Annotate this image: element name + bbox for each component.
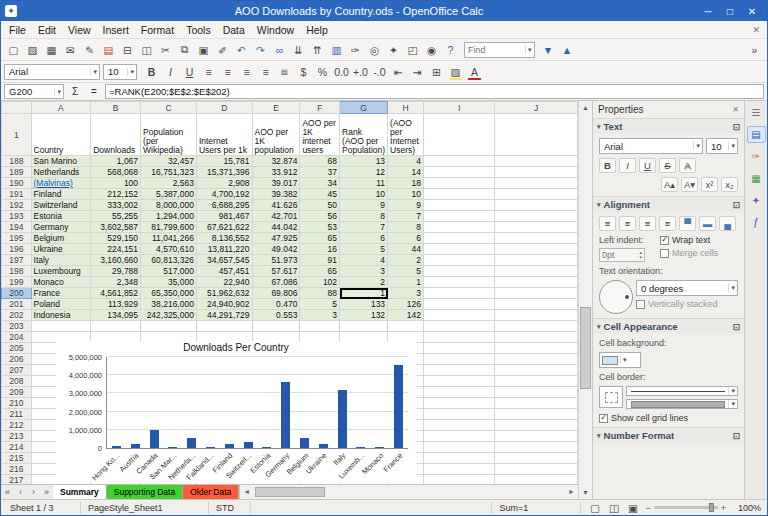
cell-C198[interactable]: 517,000 xyxy=(141,266,197,277)
cell-I204[interactable] xyxy=(424,332,495,343)
cell-J189[interactable] xyxy=(495,167,578,178)
scroll-left-icon[interactable]: ◄ xyxy=(240,485,253,499)
cell-G194[interactable]: 7 xyxy=(340,222,388,233)
menu-insert[interactable]: Insert xyxy=(97,23,135,37)
single-page-view-icon[interactable]: ▢ xyxy=(585,499,604,516)
cell-H192[interactable]: 9 xyxy=(388,200,424,211)
close-button[interactable]: ✕ xyxy=(741,6,763,17)
align-center-icon[interactable]: ≡ xyxy=(218,63,237,81)
row-header-213[interactable]: 213 xyxy=(2,431,32,442)
chevron-down-icon[interactable]: ▾ xyxy=(54,88,63,96)
cell-D194[interactable]: 67,621,622 xyxy=(196,222,252,233)
cell-D203[interactable] xyxy=(196,321,252,332)
align-left-icon[interactable]: ≡ xyxy=(199,63,218,81)
cell-C191[interactable]: 5,387,000 xyxy=(141,189,197,200)
cell-H191[interactable]: 10 xyxy=(388,189,424,200)
cell-I201[interactable] xyxy=(424,299,495,310)
function-icon[interactable]: = xyxy=(86,84,102,99)
cell-J210[interactable] xyxy=(495,398,578,409)
show-grid-lines-checkbox[interactable]: ✓ xyxy=(599,414,608,423)
cell-H196[interactable]: 44 xyxy=(388,244,424,255)
font-color-icon[interactable]: A xyxy=(465,63,484,81)
italic-icon[interactable]: I xyxy=(161,63,180,81)
scroll-down-icon[interactable]: ▼ xyxy=(579,486,592,499)
cell-E1[interactable]: AOO per 1K population xyxy=(252,114,300,156)
name-box[interactable]: G200 ▾ xyxy=(4,84,64,99)
zoom-in-icon[interactable]: + xyxy=(721,503,726,513)
draw-functions-icon[interactable]: ✑ xyxy=(346,41,365,59)
cell-H202[interactable]: 142 xyxy=(388,310,424,321)
bold-icon[interactable]: B xyxy=(599,158,616,173)
properties-tab-icon[interactable]: ▤ xyxy=(747,126,766,143)
column-header-B[interactable]: B xyxy=(91,102,141,114)
cell-B198[interactable]: 29,788 xyxy=(91,266,141,277)
cell-G198[interactable]: 3 xyxy=(340,266,388,277)
menu-help[interactable]: Help xyxy=(300,23,334,37)
maximize-button[interactable]: □ xyxy=(719,6,741,17)
functions-tab-icon[interactable]: ƒ xyxy=(747,214,766,231)
underline-icon[interactable]: U xyxy=(180,63,199,81)
row-header-208[interactable]: 208 xyxy=(2,376,32,387)
row-header-209[interactable]: 209 xyxy=(2,387,32,398)
row-header-197[interactable]: 197 xyxy=(2,255,32,266)
cell-J196[interactable] xyxy=(495,244,578,255)
row-header-205[interactable]: 205 xyxy=(2,343,32,354)
cell-A194[interactable]: Germany xyxy=(31,222,91,233)
redo-icon[interactable]: ↷ xyxy=(251,41,270,59)
cell-I213[interactable] xyxy=(424,431,495,442)
column-header-I[interactable]: I xyxy=(424,102,495,114)
column-header-D[interactable]: D xyxy=(196,102,252,114)
cell-J211[interactable] xyxy=(495,409,578,420)
last-sheet-icon[interactable]: » xyxy=(40,485,53,499)
navigator-tab-icon[interactable]: ✦ xyxy=(747,192,766,209)
cell-C194[interactable]: 81,799,600 xyxy=(141,222,197,233)
cell-F202[interactable]: 3 xyxy=(300,310,340,321)
cell-A1[interactable]: Country xyxy=(31,114,91,156)
cell-I212[interactable] xyxy=(424,420,495,431)
cell-A196[interactable]: Ukraine xyxy=(31,244,91,255)
cell-D191[interactable]: 4,700,192 xyxy=(196,189,252,200)
cell-I1[interactable] xyxy=(424,114,495,156)
cell-D189[interactable]: 15,371,396 xyxy=(196,167,252,178)
row-header-192[interactable]: 192 xyxy=(2,200,32,211)
cell-I207[interactable] xyxy=(424,365,495,376)
cell-H189[interactable]: 14 xyxy=(388,167,424,178)
cell-H190[interactable]: 18 xyxy=(388,178,424,189)
cell-D198[interactable]: 457,451 xyxy=(196,266,252,277)
cell-H199[interactable]: 1 xyxy=(388,277,424,288)
find-dropdown-icon[interactable]: ▾ xyxy=(525,46,534,54)
cell-J217[interactable] xyxy=(495,475,578,485)
cell-A199[interactable]: Monaco xyxy=(31,277,91,288)
cell-J193[interactable] xyxy=(495,211,578,222)
cell-F200[interactable]: 88 xyxy=(300,288,340,299)
borders-icon[interactable]: ⊞ xyxy=(427,63,446,81)
cell-E191[interactable]: 39.382 xyxy=(252,189,300,200)
cell-I209[interactable] xyxy=(424,387,495,398)
cell-I199[interactable] xyxy=(424,277,495,288)
align-right-icon[interactable]: ≡ xyxy=(237,63,256,81)
spin-down-icon[interactable]: ▾ xyxy=(639,255,642,260)
underline-icon[interactable]: U xyxy=(639,158,656,173)
row-header-215[interactable]: 215 xyxy=(2,453,32,464)
cell-C200[interactable]: 65,350,000 xyxy=(141,288,197,299)
cell-D193[interactable]: 981,467 xyxy=(196,211,252,222)
cell-G201[interactable]: 133 xyxy=(340,299,388,310)
row-header-1[interactable]: 1 xyxy=(2,114,32,156)
sidebar-settings-icon[interactable]: ☰ xyxy=(747,104,766,121)
cell-B201[interactable]: 113,929 xyxy=(91,299,141,310)
cell-H195[interactable]: 6 xyxy=(388,233,424,244)
find-replace-icon[interactable]: ◎ xyxy=(365,41,384,59)
align-justify-icon[interactable]: ≡ xyxy=(256,63,275,81)
cell-E192[interactable]: 41.626 xyxy=(252,200,300,211)
cell-C201[interactable]: 38,216,000 xyxy=(141,299,197,310)
cell-E195[interactable]: 47.925 xyxy=(252,233,300,244)
cell-I197[interactable] xyxy=(424,255,495,266)
cell-J208[interactable] xyxy=(495,376,578,387)
cell-H203[interactable] xyxy=(388,321,424,332)
align-left-icon[interactable]: ≡ xyxy=(599,216,616,231)
find-previous-icon[interactable]: ▲ xyxy=(558,41,577,59)
chevron-down-icon[interactable]: ▾ xyxy=(728,387,737,395)
row-header-202[interactable]: 202 xyxy=(2,310,32,321)
cell-A197[interactable]: Italy xyxy=(31,255,91,266)
sheet-tab-older-data[interactable]: Older Data xyxy=(183,485,239,499)
